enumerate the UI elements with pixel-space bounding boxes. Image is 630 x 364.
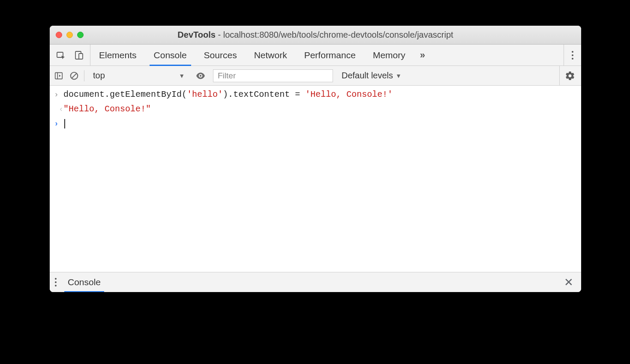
input-marker-icon: › <box>54 87 63 101</box>
devtools-window: DevTools - localhost:8080/web/tools/chro… <box>50 26 581 292</box>
prompt-marker-icon: › <box>54 116 63 131</box>
console-input-row: › document.getElementById('hello').textC… <box>50 87 581 102</box>
drawer: Console ✕ <box>50 272 581 292</box>
chevron-down-icon: ▼ <box>396 72 402 79</box>
svg-line-6 <box>72 73 77 78</box>
chevron-down-icon: ▼ <box>179 72 185 79</box>
close-window-button[interactable] <box>56 32 62 38</box>
toolbar-divider <box>84 70 84 81</box>
tab-performance[interactable]: Performance <box>296 45 364 66</box>
tab-console[interactable]: Console <box>145 45 195 66</box>
context-value: top <box>93 71 105 81</box>
tab-sources[interactable]: Sources <box>195 45 246 66</box>
title-path: localhost:8080/web/tools/chrome-devtools… <box>223 30 453 39</box>
titlebar: DevTools - localhost:8080/web/tools/chro… <box>50 26 581 45</box>
main-tabbar: Elements Console Sources Network Perform… <box>50 45 581 66</box>
toggle-sidebar-icon[interactable] <box>54 71 63 81</box>
window-title: DevTools - localhost:8080/web/tools/chro… <box>50 30 581 40</box>
svg-rect-2 <box>79 54 83 59</box>
kebab-icon <box>572 51 573 60</box>
drawer-menu-icon[interactable] <box>55 278 57 286</box>
inspect-element-icon[interactable] <box>56 50 66 60</box>
context-selector[interactable]: top ▼ <box>90 70 188 81</box>
levels-label: Default levels <box>342 71 393 81</box>
svg-point-7 <box>200 75 201 76</box>
console-settings-icon[interactable] <box>559 66 577 85</box>
tab-elements[interactable]: Elements <box>90 45 145 66</box>
log-levels-dropdown[interactable]: Default levels ▼ <box>342 71 402 81</box>
tab-memory[interactable]: Memory <box>364 45 414 66</box>
console-output[interactable]: › document.getElementById('hello').textC… <box>50 86 581 272</box>
console-toolbar: top ▼ Default levels ▼ <box>50 66 581 86</box>
console-result-row: › "Hello, Console!" <box>50 102 581 116</box>
svg-rect-3 <box>55 72 63 79</box>
live-expression-icon[interactable] <box>195 70 206 81</box>
title-prefix: DevTools <box>177 30 216 39</box>
console-command: document.getElementById('hello').textCon… <box>63 87 393 102</box>
inspect-controls <box>50 45 90 66</box>
main-menu-button[interactable] <box>564 45 581 66</box>
panel-tabs: Elements Console Sources Network Perform… <box>90 45 414 66</box>
device-toolbar-icon[interactable] <box>74 50 84 60</box>
console-prompt[interactable] <box>63 116 65 131</box>
window-controls <box>50 32 84 38</box>
tab-network[interactable]: Network <box>246 45 296 66</box>
close-drawer-icon[interactable]: ✕ <box>561 276 576 289</box>
result-marker-icon: › <box>54 102 63 116</box>
tabs-overflow-button[interactable]: » <box>414 45 431 66</box>
filter-input[interactable] <box>213 69 333 82</box>
console-prompt-row[interactable]: › <box>50 116 581 131</box>
text-cursor <box>64 119 65 128</box>
drawer-tab-console[interactable]: Console <box>64 272 104 292</box>
clear-console-icon[interactable] <box>69 71 79 81</box>
maximize-window-button[interactable] <box>77 32 84 38</box>
console-result: "Hello, Console!" <box>63 102 151 116</box>
minimize-window-button[interactable] <box>66 32 73 38</box>
